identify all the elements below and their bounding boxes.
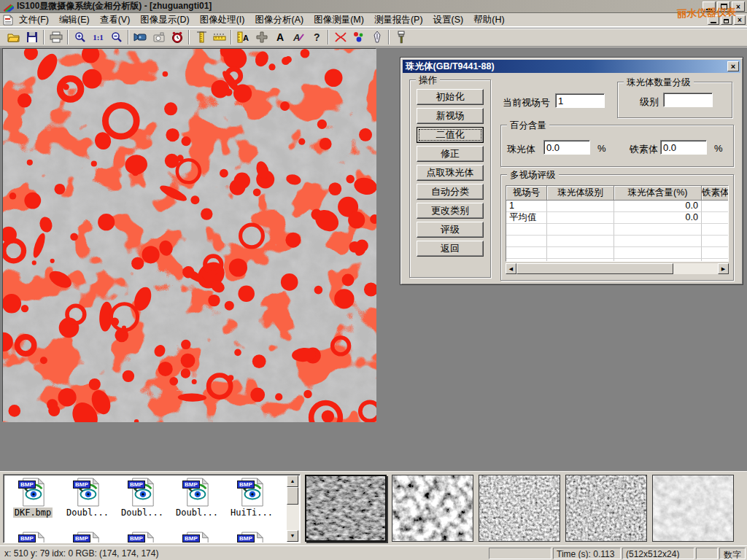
svg-text:A: A bbox=[293, 32, 300, 43]
move-button[interactable] bbox=[252, 29, 271, 45]
ruler-button[interactable] bbox=[210, 29, 228, 45]
timer-button[interactable] bbox=[168, 29, 186, 45]
return-button[interactable]: 返回 bbox=[417, 241, 484, 257]
pen-button[interactable] bbox=[368, 29, 386, 45]
text-annotation-button[interactable]: A bbox=[271, 29, 289, 45]
menu-item-image-display[interactable]: 图像显示(D) bbox=[135, 13, 194, 27]
dialog-title-bar[interactable]: 珠光体(GB/T9441-88) × bbox=[403, 60, 740, 73]
svg-text:A: A bbox=[243, 34, 249, 42]
thumbnail-5[interactable] bbox=[652, 475, 734, 542]
initialize-button[interactable]: 初始化 bbox=[417, 89, 484, 105]
current-field-input[interactable] bbox=[555, 93, 605, 108]
file-name[interactable]: Doubl... bbox=[174, 508, 220, 518]
file-list-scrollbar[interactable]: ▲ ▼ bbox=[287, 475, 299, 542]
save-button[interactable] bbox=[23, 29, 41, 45]
table-row-empty bbox=[506, 259, 728, 262]
scroll-down-button[interactable]: ▼ bbox=[287, 530, 298, 542]
minimize-icon bbox=[711, 22, 716, 23]
document-icon bbox=[2, 15, 14, 26]
menu-item-report[interactable]: 测量报告(P) bbox=[369, 13, 428, 27]
close-icon: × bbox=[736, 3, 740, 11]
menu-item-image-measure[interactable]: 图像测量(M) bbox=[309, 13, 369, 27]
file-name[interactable]: HuiTi... bbox=[229, 508, 274, 518]
cell-empty bbox=[506, 259, 547, 262]
thumbnail-4[interactable] bbox=[565, 475, 647, 542]
bmp-badge: BMP bbox=[18, 534, 36, 542]
file-item[interactable]: BMP Doubl... bbox=[116, 478, 169, 518]
scrollbar-thumb[interactable] bbox=[287, 487, 298, 505]
file-item-partial[interactable]: BMP bbox=[171, 532, 223, 543]
menu-item-view[interactable]: 查看(V) bbox=[95, 13, 136, 27]
table-row-empty bbox=[506, 236, 728, 247]
table-horizontal-scrollbar[interactable]: ◀ ▶ bbox=[506, 263, 729, 274]
thumbnail-3[interactable] bbox=[479, 475, 560, 542]
file-item[interactable]: BMP DKF.bmp bbox=[7, 478, 59, 518]
help-button[interactable]: ? bbox=[307, 29, 325, 45]
toolbar: 1:1 bbox=[0, 28, 747, 47]
percentage-group: 百分含量 珠光体 % 铁素体 % bbox=[500, 125, 734, 167]
auto-classify-button[interactable]: 自动分类 bbox=[417, 184, 484, 200]
edit-text-button[interactable]: A bbox=[289, 29, 307, 45]
bmp-file-icon: BMP bbox=[20, 478, 46, 507]
thumbnail-1[interactable] bbox=[305, 475, 387, 542]
dialog-close-button[interactable]: × bbox=[727, 61, 739, 71]
table-header: 视场号 珠光体级别 珠光体含量(%) 铁素体含量(%) bbox=[506, 186, 728, 201]
curve-eraser-button[interactable] bbox=[331, 29, 349, 45]
cell-empty bbox=[547, 224, 614, 236]
file-name[interactable]: Doubl... bbox=[120, 508, 165, 518]
thumbnail-2[interactable] bbox=[392, 475, 473, 542]
multi-field-group-label: 多视场评级 bbox=[507, 169, 559, 182]
zoom-in-button[interactable] bbox=[71, 29, 89, 45]
edit-letter-icon: A bbox=[292, 31, 305, 44]
brush-button[interactable] bbox=[392, 29, 410, 45]
zoom-out-button[interactable] bbox=[107, 29, 125, 45]
actual-size-button[interactable]: 1:1 bbox=[89, 29, 107, 45]
menu-item-file[interactable]: 文件(F) bbox=[14, 13, 54, 27]
caliper-button[interactable] bbox=[192, 29, 210, 45]
new-field-button[interactable]: 新视场 bbox=[417, 108, 484, 124]
menu-item-settings[interactable]: 设置(S) bbox=[428, 13, 469, 27]
file-item[interactable]: BMP Doubl... bbox=[171, 478, 223, 518]
camera-capture-button[interactable] bbox=[150, 29, 168, 45]
bmp-badge: BMP bbox=[128, 534, 145, 542]
menu-item-image-analysis[interactable]: 图像分析(A) bbox=[249, 13, 309, 27]
menu-item-edit[interactable]: 编辑(E) bbox=[54, 13, 95, 27]
table-row[interactable]: 1 0.0 bbox=[506, 201, 728, 212]
file-name[interactable]: DKF.bmp bbox=[13, 508, 53, 518]
column-field[interactable]: 视场号 bbox=[506, 186, 547, 201]
ferrite-input[interactable] bbox=[660, 140, 707, 155]
scroll-right-button[interactable]: ▶ bbox=[718, 263, 729, 274]
scroll-up-button[interactable]: ▲ bbox=[287, 475, 298, 487]
scroll-left-button[interactable]: ◀ bbox=[506, 263, 516, 274]
open-button[interactable] bbox=[4, 29, 23, 45]
column-grade[interactable]: 珠光体级别 bbox=[547, 186, 614, 201]
file-item-partial[interactable]: BMP bbox=[7, 532, 59, 543]
grade-button[interactable]: 评级 bbox=[417, 222, 484, 238]
cell-empty bbox=[614, 259, 702, 262]
file-item[interactable]: BMP HuiTi... bbox=[225, 478, 278, 518]
binarize-button[interactable]: 二值化 bbox=[417, 127, 484, 143]
toolbar-separator bbox=[188, 30, 190, 44]
table-row[interactable]: 平均值 0.0 bbox=[506, 212, 728, 224]
menu-item-help[interactable]: 帮助(H) bbox=[468, 13, 509, 27]
file-item-partial[interactable]: BMP bbox=[225, 532, 278, 543]
menu-item-image-process[interactable]: 图像处理(I) bbox=[195, 13, 250, 27]
change-class-button[interactable]: 更改类别 bbox=[417, 203, 484, 219]
scrollbar-thumb[interactable] bbox=[516, 263, 673, 274]
pick-pearlite-button[interactable]: 点取珠光体 bbox=[417, 165, 484, 181]
particle-classes-button[interactable] bbox=[349, 29, 368, 45]
print-button[interactable] bbox=[47, 29, 65, 45]
file-name[interactable]: Doubl... bbox=[65, 508, 110, 518]
pearlite-input[interactable] bbox=[543, 140, 590, 155]
file-item-partial[interactable]: BMP bbox=[116, 532, 169, 543]
measure-text-button[interactable]: A bbox=[234, 29, 252, 45]
cell-empty bbox=[506, 236, 547, 247]
specimen-image[interactable] bbox=[2, 48, 376, 421]
column-ferrite-content[interactable]: 铁素体含量(%) bbox=[702, 186, 729, 201]
column-pearlite-content[interactable]: 珠光体含量(%) bbox=[614, 186, 702, 201]
file-item-partial[interactable]: BMP bbox=[61, 532, 114, 543]
video-capture-button[interactable] bbox=[131, 29, 150, 45]
file-item[interactable]: BMP Doubl... bbox=[61, 478, 114, 518]
correct-button[interactable]: 修正 bbox=[417, 146, 484, 162]
level-input[interactable] bbox=[663, 93, 713, 107]
